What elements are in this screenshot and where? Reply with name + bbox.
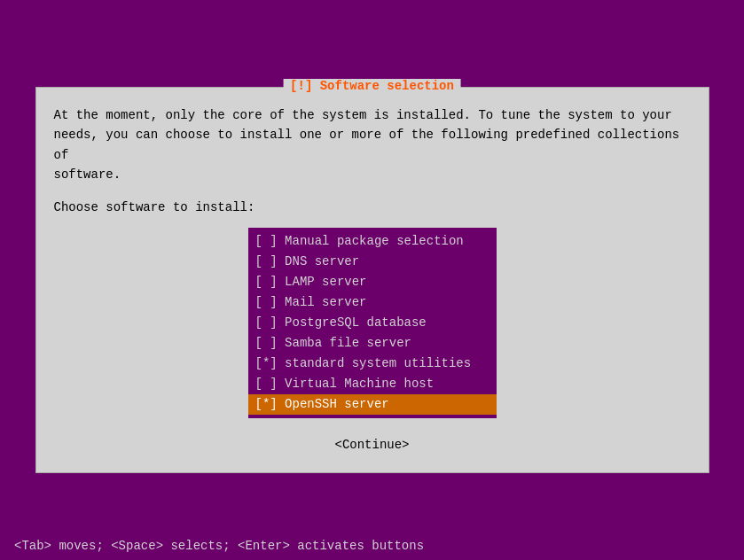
screen: [!] Software selection At the moment, on… [0,0,744,560]
list-item-postgresql-database[interactable]: [ ] PostgreSQL database [248,313,497,333]
status-bar-text: <Tab> moves; <Space> selects; <Enter> ac… [14,539,424,553]
description-text: At the moment, only the core of the syst… [54,105,691,185]
list-item-virtual-machine-host[interactable]: [ ] Virtual Machine host [248,374,497,394]
software-selection-dialog: [!] Software selection At the moment, on… [35,87,709,474]
continue-button[interactable]: <Continue> [334,438,409,452]
description-line2: needs, you can choose to install one or … [54,128,680,161]
list-item-lamp-server[interactable]: [ ] LAMP server [248,272,497,292]
continue-container: <Continue> [54,436,691,455]
list-item-mail-server[interactable]: [ ] Mail server [248,292,497,313]
status-bar: <Tab> moves; <Space> selects; <Enter> ac… [0,532,744,560]
list-item-openssh-server[interactable]: [*] OpenSSH server [248,394,497,415]
list-item-manual-package-selection[interactable]: [ ] Manual package selection [248,231,497,252]
list-item-samba-file-server[interactable]: [ ] Samba file server [248,333,497,354]
dialog-title-bar: [!] Software selection [283,79,461,93]
description-line1: At the moment, only the core of the syst… [54,108,672,122]
software-list: [ ] Manual package selection[ ] DNS serv… [248,228,497,418]
description-line3: software. [54,167,121,182]
list-item-dns-server[interactable]: [ ] DNS server [248,252,497,272]
dialog-body: At the moment, only the core of the syst… [54,105,691,455]
choose-label: Choose software to install: [54,198,691,217]
list-item-standard-system-utilities[interactable]: [*] standard system utilities [248,354,497,374]
dialog-title: [!] Software selection [290,79,454,93]
